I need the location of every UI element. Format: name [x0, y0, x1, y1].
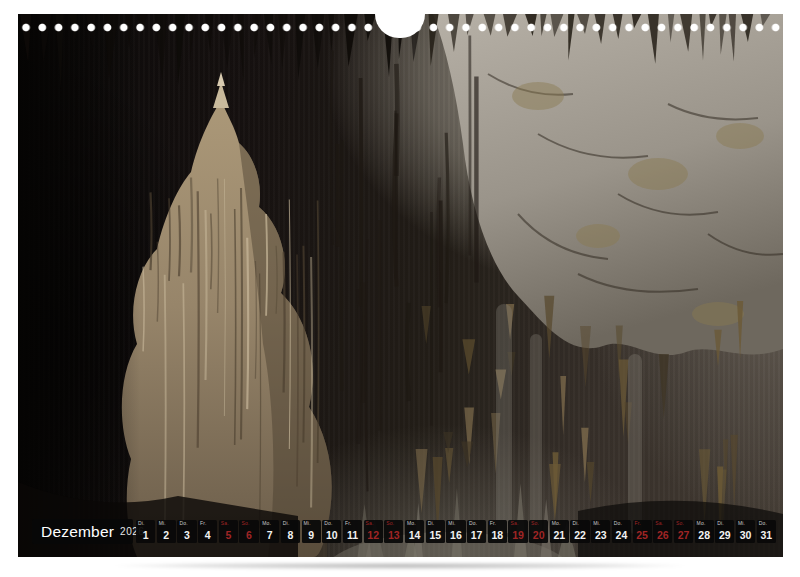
- day-number: 18: [488, 530, 507, 541]
- day-cell: Fr.25: [633, 520, 652, 543]
- weekday-abbr: Di.: [572, 521, 579, 526]
- weekday-abbr: So.: [241, 521, 249, 526]
- day-number: 14: [405, 530, 424, 541]
- day-cell: Sa.19: [508, 520, 527, 543]
- weekday-abbr: Do.: [759, 521, 767, 526]
- weekday-abbr: Sa.: [366, 521, 374, 526]
- day-cell: Di.8: [281, 520, 300, 543]
- day-cell: Mi.2: [157, 520, 176, 543]
- weekday-abbr: Di.: [428, 521, 435, 526]
- weekday-abbr: Fr.: [200, 521, 206, 526]
- day-number: 31: [757, 530, 776, 541]
- day-cell: Fr.18: [488, 520, 507, 543]
- day-number: 12: [364, 530, 383, 541]
- day-number: 10: [322, 530, 341, 541]
- weekday-abbr: Mo.: [552, 521, 561, 526]
- cave-artwork: [18, 14, 783, 557]
- day-cell: Di.1: [136, 520, 155, 543]
- weekday-abbr: Fr.: [345, 521, 351, 526]
- day-number: 30: [736, 530, 755, 541]
- weekday-abbr: Di.: [138, 521, 145, 526]
- day-cell: Sa.5: [219, 520, 238, 543]
- weekday-abbr: So.: [531, 521, 539, 526]
- weekday-abbr: Fr.: [635, 521, 641, 526]
- weekday-abbr: Sa.: [510, 521, 518, 526]
- day-cell: Di.22: [570, 520, 589, 543]
- day-number: 8: [281, 530, 300, 541]
- weekday-abbr: Do.: [614, 521, 622, 526]
- day-cell: Mi.30: [736, 520, 755, 543]
- weekday-abbr: Do.: [469, 521, 477, 526]
- day-number: 1: [136, 530, 155, 541]
- day-number: 26: [653, 530, 672, 541]
- weekday-abbr: Mi.: [448, 521, 455, 526]
- day-cell: Di.29: [715, 520, 734, 543]
- day-cell: Do.24: [612, 520, 631, 543]
- day-number: 15: [426, 530, 445, 541]
- day-cell: Do.17: [467, 520, 486, 543]
- day-cell: Sa.12: [364, 520, 383, 543]
- day-cell: Di.15: [426, 520, 445, 543]
- weekday-abbr: Mi.: [304, 521, 311, 526]
- day-cell: Mi.16: [446, 520, 465, 543]
- day-number: 3: [177, 530, 196, 541]
- day-number: 6: [239, 530, 258, 541]
- day-cell: Do.31: [757, 520, 776, 543]
- day-number: 4: [198, 530, 217, 541]
- day-number: 23: [591, 530, 610, 541]
- day-cell: So.27: [674, 520, 693, 543]
- day-number: 7: [260, 530, 279, 541]
- weekday-abbr: Mo.: [697, 521, 706, 526]
- month-label-box: Dezember 2026: [32, 519, 133, 544]
- day-cell: Do.10: [322, 520, 341, 543]
- cave-photo: Dezember 2026 Di.1Mi.2Do.3Fr.4Sa.5So.6Mo…: [18, 14, 783, 557]
- day-cell: Mo.14: [405, 520, 424, 543]
- day-number: 5: [219, 530, 238, 541]
- day-cell: So.20: [529, 520, 548, 543]
- day-number: 9: [302, 530, 321, 541]
- weekday-abbr: So.: [386, 521, 394, 526]
- weekday-abbr: Do.: [179, 521, 187, 526]
- day-number: 25: [633, 530, 652, 541]
- dark-left-edge: [18, 14, 140, 557]
- page-shadow: [14, 563, 786, 572]
- day-number: 2: [157, 530, 176, 541]
- day-number: 21: [550, 530, 569, 541]
- weekday-abbr: Sa.: [655, 521, 663, 526]
- day-number: 19: [508, 530, 527, 541]
- day-cell: Mo.7: [260, 520, 279, 543]
- weekday-abbr: Mi.: [593, 521, 600, 526]
- day-number: 11: [343, 530, 362, 541]
- day-number: 27: [674, 530, 693, 541]
- weekday-abbr: Di.: [717, 521, 724, 526]
- day-cell: Sa.26: [653, 520, 672, 543]
- day-number: 20: [529, 530, 548, 541]
- weekday-abbr: Mi.: [738, 521, 745, 526]
- day-cell: Fr.11: [343, 520, 362, 543]
- calendar-page: Dezember 2026 Di.1Mi.2Do.3Fr.4Sa.5So.6Mo…: [0, 0, 800, 577]
- day-cell: Mo.21: [550, 520, 569, 543]
- day-row: Di.1Mi.2Do.3Fr.4Sa.5So.6Mo.7Di.8Mi.9Do.1…: [136, 519, 776, 544]
- weekday-abbr: So.: [676, 521, 684, 526]
- day-cell: Mi.23: [591, 520, 610, 543]
- dark-streaks: [331, 35, 477, 491]
- month-label: Dezember: [41, 523, 114, 541]
- day-number: 22: [570, 530, 589, 541]
- day-number: 16: [446, 530, 465, 541]
- day-number: 13: [384, 530, 403, 541]
- formation-tip-point: [217, 72, 225, 86]
- day-number: 28: [695, 530, 714, 541]
- day-number: 24: [612, 530, 631, 541]
- day-cell: Mi.9: [302, 520, 321, 543]
- day-number: 17: [467, 530, 486, 541]
- day-number: 29: [715, 530, 734, 541]
- weekday-abbr: Mo.: [262, 521, 271, 526]
- weekday-abbr: Do.: [324, 521, 332, 526]
- weekday-abbr: Fr.: [490, 521, 496, 526]
- weekday-abbr: Mi.: [159, 521, 166, 526]
- day-cell: So.6: [239, 520, 258, 543]
- weekday-abbr: Di.: [283, 521, 290, 526]
- date-strip: Dezember 2026 Di.1Mi.2Do.3Fr.4Sa.5So.6Mo…: [32, 519, 776, 544]
- weekday-abbr: Sa.: [221, 521, 229, 526]
- day-cell: So.13: [384, 520, 403, 543]
